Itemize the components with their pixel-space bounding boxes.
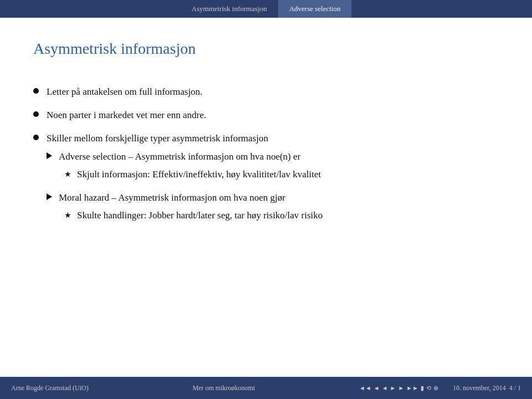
footer-bar: Arne Rogde Gramstad (UiO) Mer om mikroøk… [0,377,532,399]
subsub-bullet-list: ★ Skjult informasjon: Effektiv/ineffekti… [64,168,321,181]
bullet-dot-icon [33,88,39,94]
bullet-dot-icon [33,135,39,140]
nav-search-icon[interactable]: ⟲ [426,385,431,392]
nav-menu-icon[interactable]: ▮ [421,385,424,392]
star-bullet-icon: ★ [64,169,71,180]
nav-next-icon[interactable]: ► [398,385,404,391]
nav-section-prev-icon[interactable]: ◄ [382,385,388,391]
footer-date: 10. november, 2014 [453,384,506,392]
bullet-dot-icon [33,111,39,117]
nav-item-asymmetrisk[interactable]: Asymmetrisk informasjon [181,0,278,18]
subsub-bullet-list: ★ Skulte handlinger: Jobber hardt/later … [64,209,323,222]
sub-bullet-list: Adverse selection – Asymmetrisk informas… [47,150,323,226]
nav-zoom-icon[interactable]: ⊕ [433,385,438,392]
footer-right-section: ◄◄ ◄ ◄ ► ► ►► ▮ ⟲ ⊕ 10. november, 2014 4… [359,384,521,392]
nav-item-adverse[interactable]: Adverse selection [278,0,352,18]
star-bullet-icon: ★ [64,210,71,221]
list-item: Noen parter i markedet vet mer enn andre… [33,109,499,122]
list-item: Adverse selection – Asymmetrisk informas… [47,150,323,186]
nav-controls[interactable]: ◄◄ ◄ ◄ ► ► ►► ▮ ⟲ ⊕ [359,385,438,392]
main-bullet-list: Letter på antakelsen om full informasjon… [33,85,499,232]
footer-author: Arne Rogde Gramstad (UiO) [11,384,89,392]
nav-section-next-icon[interactable]: ► [390,385,396,391]
top-navigation: Asymmetrisk informasjon Adverse selectio… [0,0,532,18]
footer-page-number: 4 / 1 [509,384,521,392]
list-item: Skiller mellom forskjellige typer asymme… [33,132,499,232]
nav-prev-icon[interactable]: ◄ [374,385,380,391]
footer-course: Mer om mikroøkonomi [192,384,255,392]
list-item: ★ Skjult informasjon: Effektiv/ineffekti… [64,168,321,181]
triangle-bullet-icon [47,193,52,200]
list-item: Moral hazard – Asymmetrisk informasjon o… [47,191,323,227]
list-item: ★ Skulte handlinger: Jobber hardt/later … [64,209,323,222]
triangle-bullet-icon [47,152,52,159]
nav-first-icon[interactable]: ◄◄ [359,385,371,391]
main-content: Asymmetrisk informasjon Letter på antake… [0,18,532,377]
page-title: Asymmetrisk informasjon [33,40,499,58]
nav-last-icon[interactable]: ►► [406,385,418,391]
list-item: Letter på antakelsen om full informasjon… [33,85,499,99]
